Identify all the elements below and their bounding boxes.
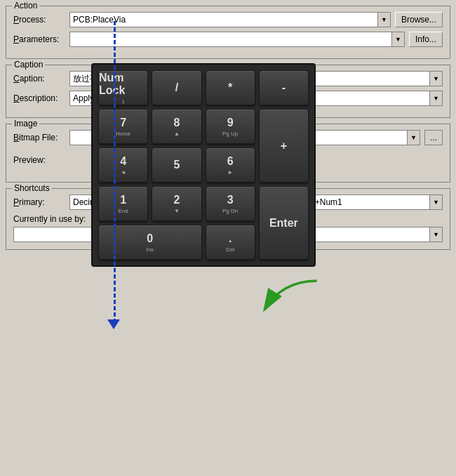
caption-underline: C	[13, 74, 20, 84]
shortcuts-section-label: Shortcuts	[12, 183, 52, 193]
decimal-label: .	[229, 232, 232, 245]
key-1[interactable]: 1 End	[98, 186, 148, 221]
parameters-underline: P	[13, 34, 19, 44]
parameters-row: Parameters: ▼ Info...	[13, 32, 443, 47]
key-5-label: 5	[173, 159, 180, 171]
bitmap-dropdown-btn[interactable]: ▼	[408, 130, 420, 145]
info-button[interactable]: Info...	[409, 32, 443, 47]
key-2[interactable]: 2 ▼	[152, 186, 201, 221]
key-4-sub: ◄	[121, 169, 126, 176]
bitmap-ellipsis-btn[interactable]: ...	[424, 130, 443, 145]
key-8-sub: ▲	[174, 131, 180, 137]
blue-dashed-arrow-line	[114, 21, 116, 323]
main-container: Action Process: ▼ Browse... Parameters: …	[0, 0, 456, 476]
key-9-label: 9	[227, 117, 234, 129]
key-2-label: 2	[173, 194, 180, 206]
enter-label: Enter	[269, 217, 298, 230]
key-4-label: 4	[120, 155, 126, 168]
caption-label: Caption:	[13, 74, 69, 84]
caption-section-label: Caption	[12, 60, 45, 70]
key-1-label: 1	[120, 194, 126, 206]
process-dropdown-btn[interactable]: ▼	[378, 12, 391, 27]
key-0-label: 0	[147, 232, 153, 245]
process-input-wrap: ▼	[69, 12, 391, 27]
key-8[interactable]: 8 ▲	[152, 109, 201, 144]
blue-arrow-head	[107, 319, 120, 329]
primary-underline: P	[13, 197, 19, 207]
browse-button[interactable]: Browse...	[395, 12, 443, 27]
key-4[interactable]: 4 ◄	[98, 147, 148, 183]
bitmap-label: Bitmap File:	[13, 133, 69, 143]
process-row: Process: ▼ Browse...	[13, 12, 443, 27]
key-7-label: 7	[120, 117, 126, 129]
minus-label: -	[282, 81, 286, 94]
key-1-sub: End	[119, 208, 128, 214]
key-3-label: 3	[227, 194, 234, 206]
key-6[interactable]: 6 ►	[206, 147, 255, 183]
caption-dropdown-btn[interactable]: ▼	[430, 71, 443, 86]
process-label: Process:	[13, 15, 69, 25]
primary-label: Primary:	[13, 197, 69, 207]
key-6-label: 6	[227, 155, 234, 168]
description-underline: D	[13, 93, 20, 103]
key-8-label: 8	[173, 117, 180, 129]
key-3[interactable]: 3 Pg Dn	[206, 186, 255, 221]
action-section-label: Action	[12, 1, 39, 11]
image-section-label: Image	[12, 119, 39, 128]
process-underline: P	[13, 15, 19, 25]
action-section: Action Process: ▼ Browse... Parameters: …	[6, 6, 450, 59]
multiply-key[interactable]: *	[206, 70, 255, 105]
decimal-sub: Del	[226, 246, 234, 253]
numlock-label: Num Lock	[99, 72, 147, 97]
key-9[interactable]: 9 Pg Up	[206, 109, 255, 144]
minus-key[interactable]: -	[259, 70, 309, 105]
alternative-dropdown-btn[interactable]: ▼	[430, 194, 443, 210]
plus-key[interactable]: +	[259, 109, 309, 183]
multiply-label: *	[228, 81, 232, 94]
divide-key[interactable]: /	[152, 70, 201, 105]
parameters-input[interactable]	[69, 32, 392, 47]
plus-label: +	[281, 140, 287, 152]
key-9-sub: Pg Up	[222, 131, 238, 137]
parameters-dropdown-btn[interactable]: ▼	[392, 32, 405, 47]
preview-label: Preview:	[13, 155, 69, 165]
description-dropdown-btn[interactable]: ▼	[430, 91, 443, 106]
numlock-sublabel: 1	[121, 98, 124, 105]
key-6-sub: ►	[227, 169, 233, 176]
key-5[interactable]: 5	[152, 147, 201, 183]
key-0-sub: Ins	[146, 246, 154, 253]
bitmap-underline: B	[13, 133, 19, 143]
parameters-label: Parameters:	[13, 34, 69, 44]
key-7-sub: Home	[116, 131, 130, 137]
key-7[interactable]: 7 Home	[98, 109, 148, 144]
decimal-key[interactable]: . Del	[206, 225, 255, 260]
enter-key[interactable]: Enter	[259, 186, 309, 260]
divide-label: /	[175, 81, 178, 94]
key-3-sub: Pg Dn	[222, 208, 238, 214]
currently-right-dropdown-btn[interactable]: ▼	[430, 227, 443, 242]
green-arrow	[253, 277, 323, 319]
numpad-overlay: Num Lock 1 / * - 7 Home 8 ▲ 9 Pg Up +	[91, 63, 316, 267]
numlock-key[interactable]: Num Lock 1	[98, 70, 148, 105]
key-2-sub: ▼	[174, 208, 180, 214]
parameters-input-wrap: ▼	[69, 32, 405, 47]
description-label: Description:	[13, 93, 69, 103]
